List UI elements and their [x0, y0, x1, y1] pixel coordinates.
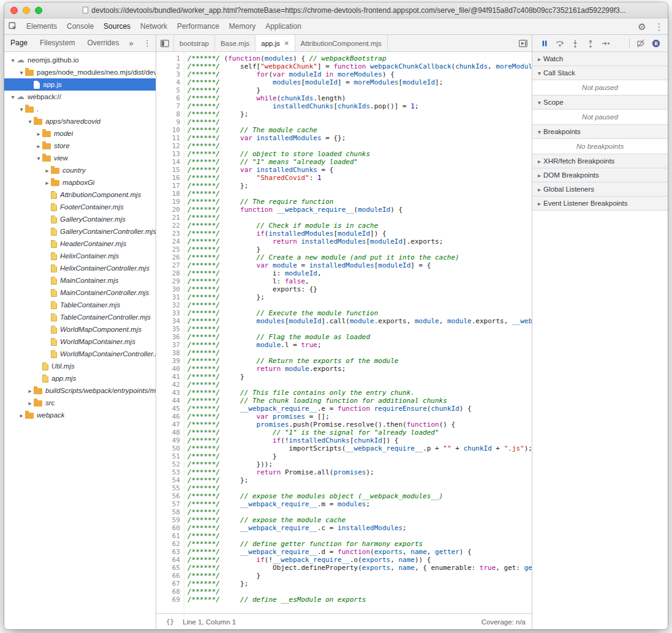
editor-tab-bootstrap[interactable]: bootstrap — [173, 35, 215, 51]
tree-item-model[interactable]: ▸model — [4, 127, 156, 140]
file-icon — [51, 264, 57, 272]
tree-item-app-mjs[interactable]: app.mjs — [4, 372, 156, 384]
tree-item-helixcontainer-mjs[interactable]: HelixContainer.mjs — [4, 250, 156, 262]
file-icon — [51, 289, 57, 297]
tree-item-view[interactable]: ▾view — [4, 152, 156, 164]
tree-item-helixcontainercontroller-mjs[interactable]: HelixContainerController.mjs — [4, 262, 156, 274]
chevron-down-icon[interactable]: ▾ — [35, 155, 42, 162]
tree-item-maincontainer-mjs[interactable]: MainContainer.mjs — [4, 274, 156, 287]
tab-console[interactable]: Console — [62, 18, 99, 34]
editor-tab-attributioncomponent-mjs[interactable]: AttributionComponent.mjs — [295, 35, 388, 51]
file-icon — [51, 228, 57, 236]
tree-item-tablecontainer-mjs[interactable]: TableContainer.mjs — [4, 299, 156, 311]
main-menu-icon[interactable]: ⋮ — [651, 18, 668, 34]
tree-item-gallerycontainercontroller-mjs[interactable]: GalleryContainerController.mjs — [4, 225, 156, 238]
chevron-right-icon: ▸ — [535, 200, 543, 207]
toggle-debugger-icon[interactable] — [515, 35, 532, 52]
tab-application[interactable]: Application — [260, 18, 306, 34]
chevron-down-icon[interactable]: ▾ — [18, 69, 25, 76]
toggle-navigator-icon[interactable] — [156, 35, 173, 52]
tree-item-headercontainer-mjs[interactable]: HeaderContainer.mjs — [4, 238, 156, 250]
close-tab-icon[interactable]: × — [284, 39, 289, 47]
tree-item-util-mjs[interactable]: Util.mjs — [4, 360, 156, 372]
tab-memory[interactable]: Memory — [224, 18, 260, 34]
tree-item-maincontainercontroller-mjs[interactable]: MainContainerController.mjs — [4, 287, 156, 299]
section-watch[interactable]: ▸Watch — [532, 52, 668, 66]
chevron-right-icon[interactable]: ▸ — [26, 400, 34, 406]
tree-item-label: WorldMapContainerController.m — [60, 350, 156, 358]
more-tabs-icon[interactable]: » — [125, 39, 137, 48]
inspect-element-icon[interactable] — [4, 18, 21, 34]
tree-item-tablecontainercontroller-mjs[interactable]: TableContainerController.mjs — [4, 311, 156, 323]
file-icon — [51, 301, 57, 309]
coverage-label: Coverage: n/a — [481, 618, 526, 626]
editor-panel: bootstrapBase.mjsapp.js×AttributionCompo… — [156, 35, 532, 629]
section-breakpoints[interactable]: ▾Breakpoints — [532, 125, 668, 139]
chevron-right-icon[interactable]: ▸ — [43, 179, 51, 186]
step-out-icon[interactable] — [583, 36, 598, 51]
navigator-menu-icon[interactable]: ⋮ — [137, 39, 157, 48]
section-xhr-fetch-breakpoints[interactable]: ▸XHR/fetch Breakpoints — [532, 154, 668, 168]
tree-item-gallerycontainer-mjs[interactable]: GalleryContainer.mjs — [4, 213, 156, 225]
tree-item-label: WorldMapComponent.mjs — [60, 326, 142, 333]
close-window-button[interactable] — [10, 7, 18, 14]
step-into-icon[interactable] — [567, 36, 583, 51]
section-scope[interactable]: ▾Scope — [532, 96, 668, 110]
tree-item-attributioncomponent-mjs[interactable]: AttributionComponent.mjs — [4, 189, 156, 201]
chevron-down-icon[interactable]: ▾ — [18, 106, 25, 113]
tree-item-label: model — [54, 130, 73, 137]
chevron-right-icon[interactable]: ▸ — [26, 388, 34, 394]
line-numbers[interactable]: 1234567891011121314151617181920212223242… — [156, 52, 184, 613]
editor-tab-app-js[interactable]: app.js× — [255, 35, 295, 51]
tree-item-footercontainer-mjs[interactable]: FooterContainer.mjs — [4, 201, 156, 213]
section-call-stack[interactable]: ▾Call Stack — [532, 66, 668, 80]
titlebar: devtools://devtools/bundled/worker_app.h… — [4, 2, 668, 18]
tree-item-neomjs-github-io[interactable]: ▾☁neomjs.github.io — [4, 54, 156, 66]
step-icon[interactable] — [598, 36, 613, 51]
tab-elements[interactable]: Elements — [21, 18, 62, 34]
tree-item-worldmapcontainercontroller-m[interactable]: WorldMapContainerController.m — [4, 348, 156, 360]
tab-network[interactable]: Network — [135, 18, 172, 34]
section-global-listeners[interactable]: ▸Global Listeners — [532, 182, 668, 197]
section-dom-breakpoints[interactable]: ▸DOM Breakpoints — [532, 168, 668, 182]
tree-item-app-js[interactable]: app.js — [4, 78, 156, 91]
tree-item-src[interactable]: ▸src — [4, 397, 156, 409]
pause-on-exceptions-icon[interactable] — [648, 36, 663, 51]
tree-item-item[interactable]: ▾. — [4, 103, 156, 115]
sidebar-tab-page[interactable]: Page — [4, 35, 34, 51]
tree-item-webpack[interactable]: ▸webpack — [4, 409, 156, 421]
tree-item-webpack[interactable]: ▾☁webpack:// — [4, 91, 156, 103]
tree-item-worldmapcomponent-mjs[interactable]: WorldMapComponent.mjs — [4, 323, 156, 335]
step-over-icon[interactable] — [552, 36, 567, 51]
settings-gear-icon[interactable]: ⚙ — [633, 18, 651, 34]
tree-item-label: WorldMapContainer.mjs — [60, 338, 135, 345]
section-event-listener-breakpoints[interactable]: ▸Event Listener Breakpoints — [532, 197, 668, 211]
chevron-right-icon[interactable]: ▸ — [43, 167, 51, 174]
zoom-window-button[interactable] — [35, 7, 42, 14]
tree-item-worldmapcontainer-mjs[interactable]: WorldMapContainer.mjs — [4, 335, 156, 348]
sidebar-tab-filesystem[interactable]: Filesystem — [34, 35, 81, 51]
editor-tab-base-mjs[interactable]: Base.mjs — [215, 35, 255, 51]
tree-item-buildscripts-webpack-entrypoints-m[interactable]: ▸buildScripts/webpack/entrypoints/m — [4, 384, 156, 397]
code-lines[interactable]: /******/ (function(modules) { // webpack… — [184, 52, 532, 613]
pause-icon[interactable] — [537, 36, 552, 51]
tree-item-country[interactable]: ▸country — [4, 164, 156, 176]
tree-item-pages-node-modules-neo-mjs-dist-dev[interactable]: ▾pages/node_modules/neo.mjs/dist/dev — [4, 66, 156, 78]
tree-item-store[interactable]: ▸store — [4, 140, 156, 152]
tree-item-label: HelixContainer.mjs — [60, 252, 119, 260]
minimize-window-button[interactable] — [23, 7, 30, 14]
chevron-right-icon[interactable]: ▸ — [35, 130, 42, 137]
chevron-right-icon[interactable]: ▸ — [35, 143, 42, 149]
chevron-down-icon[interactable]: ▾ — [9, 57, 17, 64]
tree-item-mapboxgl[interactable]: ▸mapboxGl — [4, 176, 156, 189]
deactivate-breakpoints-icon[interactable] — [633, 36, 648, 51]
chevron-down-icon[interactable]: ▾ — [26, 118, 34, 125]
chevron-down-icon[interactable]: ▾ — [9, 94, 17, 100]
pretty-print-icon[interactable]: {} — [162, 616, 178, 627]
tab-performance[interactable]: Performance — [172, 18, 224, 34]
tab-sources[interactable]: Sources — [99, 18, 135, 34]
file-icon — [51, 326, 57, 334]
chevron-right-icon[interactable]: ▸ — [18, 412, 25, 419]
tree-item-apps-sharedcovid[interactable]: ▾apps/sharedcovid — [4, 115, 156, 127]
sidebar-tab-overrides[interactable]: Overrides — [81, 35, 125, 51]
